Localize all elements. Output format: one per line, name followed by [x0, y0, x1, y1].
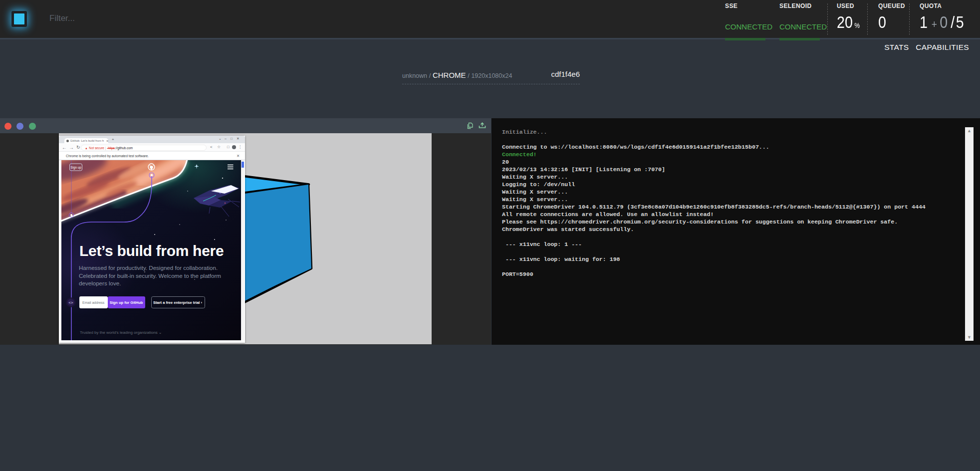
svg-text:Harnessed for productivity. De: Harnessed for productivity. Designed for…: [79, 264, 218, 271]
svg-text:Trusted by the world’s leading: Trusted by the world’s leading organizat…: [80, 330, 162, 335]
svg-text:Email address: Email address: [82, 301, 105, 304]
svg-text:Sign up: Sign up: [70, 166, 81, 170]
svg-text:<>: <>: [69, 300, 73, 305]
svg-text:Sign up for GitHub: Sign up for GitHub: [110, 300, 143, 305]
svg-text:Start a free enterprise trial: Start a free enterprise trial ›: [153, 300, 202, 305]
svg-text:Celebrated for built-in securi: Celebrated for built-in security. Welcom…: [79, 272, 221, 279]
svg-text:Let’s build from here: Let’s build from here: [79, 242, 224, 259]
svg-text:developers love.: developers love.: [79, 280, 121, 286]
